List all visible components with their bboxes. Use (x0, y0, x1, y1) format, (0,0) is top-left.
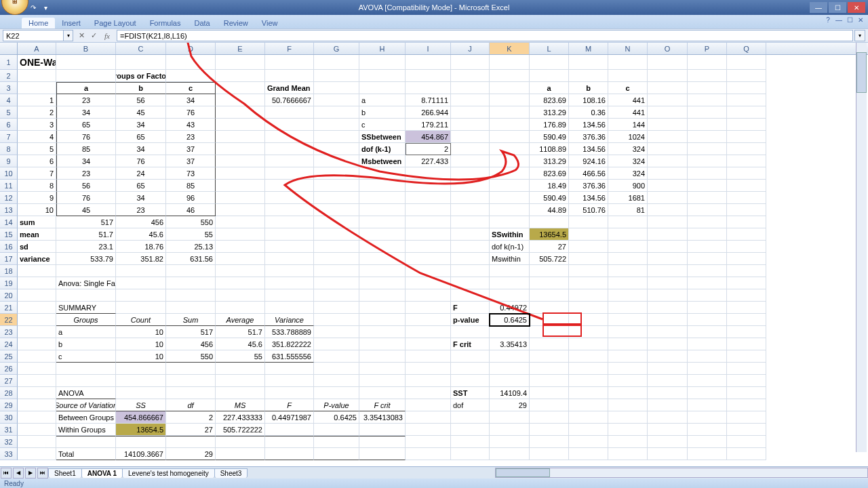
cell-B18[interactable] (56, 265, 116, 277)
col-header-F[interactable]: F (265, 43, 314, 54)
cell-L15[interactable]: 13654.5 (530, 228, 569, 241)
cell-H4[interactable]: a (359, 94, 406, 106)
row-header-29[interactable]: 29 (0, 399, 18, 411)
enter-icon[interactable]: ✓ (88, 30, 99, 41)
cell-D21[interactable] (166, 302, 216, 314)
cell-O6[interactable] (648, 119, 688, 131)
cell-O29[interactable] (648, 399, 688, 411)
spreadsheet-grid[interactable]: ABCDEFGHIJKLMNOPQ 1ONE-Way ANOVA2Groups … (0, 43, 868, 476)
cell-K3[interactable] (490, 82, 530, 94)
redo-icon[interactable]: ↷ (28, 3, 38, 12)
cell-G30[interactable]: 0.6425 (314, 411, 359, 424)
cell-O33[interactable] (648, 448, 688, 460)
cell-D18[interactable] (166, 265, 216, 277)
cell-H19[interactable] (359, 277, 406, 289)
cell-C16[interactable]: 18.76 (116, 241, 166, 253)
cell-C3[interactable]: b (116, 82, 166, 94)
cell-G25[interactable] (314, 350, 359, 363)
cell-O2[interactable] (648, 70, 688, 82)
cell-P25[interactable] (688, 350, 727, 363)
cell-C25[interactable]: 10 (116, 350, 166, 363)
cell-D29[interactable]: df (166, 399, 216, 411)
cell-D17[interactable]: 631.56 (166, 253, 216, 265)
cell-L23[interactable] (530, 326, 569, 338)
cell-N15[interactable] (608, 228, 648, 241)
cell-L10[interactable]: 823.69 (530, 167, 569, 180)
cell-F22[interactable]: Variance (265, 314, 314, 326)
cell-G24[interactable] (314, 338, 359, 350)
cell-H29[interactable]: F crit (359, 399, 406, 411)
cell-J21[interactable]: F (451, 302, 490, 314)
cell-P2[interactable] (688, 70, 727, 82)
row-header-18[interactable]: 18 (0, 265, 18, 277)
cell-N5[interactable]: 441 (608, 106, 648, 119)
cell-P9[interactable] (688, 155, 727, 167)
cell-F20[interactable] (265, 289, 314, 302)
cell-O8[interactable] (648, 143, 688, 155)
cell-F15[interactable] (265, 228, 314, 241)
cell-L19[interactable] (530, 277, 569, 289)
cell-K30[interactable] (490, 411, 530, 424)
cell-M13[interactable]: 510.76 (569, 204, 608, 216)
cell-Q27[interactable] (727, 375, 766, 387)
cell-K21[interactable]: 0.44972 (490, 302, 530, 314)
cell-B7[interactable]: 76 (56, 131, 116, 143)
cell-N17[interactable] (608, 253, 648, 265)
cell-C2[interactable]: Groups or Factors (116, 70, 166, 82)
cell-P29[interactable] (688, 399, 727, 411)
cell-E14[interactable] (216, 216, 265, 228)
cell-K12[interactable] (490, 192, 530, 204)
cell-B25[interactable]: c (56, 350, 116, 363)
cell-Q1[interactable] (727, 55, 766, 70)
cell-G20[interactable] (314, 289, 359, 302)
cell-B8[interactable]: 85 (56, 143, 116, 155)
cell-F23[interactable]: 533.788889 (265, 326, 314, 338)
cell-I21[interactable] (406, 302, 451, 314)
cell-A2[interactable] (18, 70, 56, 82)
cell-M1[interactable] (569, 55, 608, 70)
cell-C23[interactable]: 10 (116, 326, 166, 338)
cell-F9[interactable] (265, 155, 314, 167)
cell-O21[interactable] (648, 302, 688, 314)
cell-J4[interactable] (451, 94, 490, 106)
cell-Q24[interactable] (727, 338, 766, 350)
help-icon[interactable]: ? (823, 15, 833, 24)
cell-D10[interactable]: 73 (166, 167, 216, 180)
cell-A28[interactable] (18, 387, 56, 399)
cell-P26[interactable] (688, 363, 727, 375)
office-button[interactable]: ⊞ (1, 0, 28, 15)
cell-D28[interactable] (166, 387, 216, 399)
cell-C14[interactable]: 456 (116, 216, 166, 228)
tab-formulas[interactable]: Formulas (143, 18, 188, 28)
cell-C7[interactable]: 65 (116, 131, 166, 143)
cell-A14[interactable]: sum (18, 216, 56, 228)
cell-P21[interactable] (688, 302, 727, 314)
cell-H8[interactable]: dof (k-1) (359, 143, 406, 155)
cell-L4[interactable]: 823.69 (530, 94, 569, 106)
cell-A22[interactable] (18, 314, 56, 326)
cell-O24[interactable] (648, 338, 688, 350)
cell-I2[interactable] (406, 70, 451, 82)
cell-F30[interactable]: 0.44971987 (265, 411, 314, 424)
cell-J31[interactable] (451, 424, 490, 436)
cell-E19[interactable] (216, 277, 265, 289)
cell-I28[interactable] (406, 387, 451, 399)
cell-N13[interactable]: 81 (608, 204, 648, 216)
cell-N23[interactable] (608, 326, 648, 338)
cell-E32[interactable] (216, 436, 265, 448)
cell-M17[interactable] (569, 253, 608, 265)
cell-L26[interactable] (530, 363, 569, 375)
cell-J2[interactable] (451, 70, 490, 82)
cell-I19[interactable] (406, 277, 451, 289)
select-all-corner[interactable] (0, 43, 18, 55)
cell-K22[interactable]: 0.6425 (490, 314, 530, 326)
cell-H14[interactable] (359, 216, 406, 228)
row-header-1[interactable]: 1 (0, 55, 18, 70)
cell-M4[interactable]: 108.16 (569, 94, 608, 106)
cell-H17[interactable] (359, 253, 406, 265)
cell-I9[interactable]: 227.433 (406, 155, 451, 167)
cell-G31[interactable] (314, 424, 359, 436)
cell-P7[interactable] (688, 131, 727, 143)
cell-K6[interactable] (490, 119, 530, 131)
cell-L11[interactable]: 18.49 (530, 180, 569, 192)
